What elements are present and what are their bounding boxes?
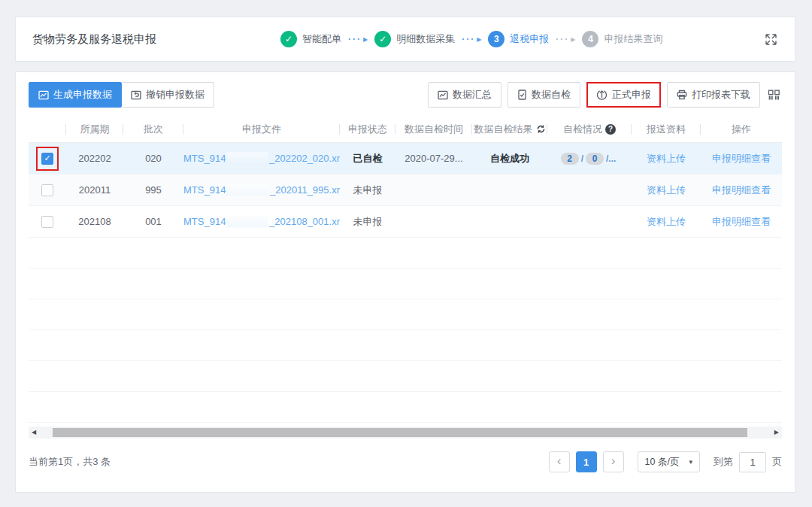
document-check-icon	[517, 90, 527, 100]
goto-page-group: 到第 页	[714, 452, 782, 472]
redacted-blur	[226, 215, 268, 228]
header-check-result: 数据自检结果	[472, 123, 547, 136]
row-checkbox[interactable]: ✓	[41, 153, 53, 165]
header-check-time: 数据自检时间	[395, 123, 472, 136]
step-number-icon: 4	[582, 31, 598, 47]
check-time-cell: 2020-07-29...	[395, 153, 472, 164]
toolbar: 生成申报数据 撤销申报数据 数据汇总	[29, 81, 782, 108]
header-action: 操作	[701, 123, 782, 136]
process-stepper: ✓ 智能配单 ···▶ ✓ 明细数据采集 ···▶ 3 退税申报 ···▶ 4 …	[280, 31, 662, 47]
pagination-bar: 当前第1页，共3 条 ‹ 1 › 10 条/页 ▾ 到第 页	[29, 449, 782, 475]
table-row[interactable]: 202108 001 MTS_914_202108_001.xr 未申报 资料上…	[29, 206, 782, 238]
period-cell: 202108	[66, 216, 123, 227]
header-file: 申报文件	[183, 123, 340, 136]
chevron-down-icon: ▾	[689, 458, 692, 466]
toolbar-right-group: 数据汇总 数据自检 正式申报	[428, 82, 782, 108]
help-icon[interactable]: ?	[605, 124, 616, 135]
header-batch: 批次	[123, 123, 183, 136]
scroll-left-icon[interactable]: ◀	[32, 430, 36, 436]
file-cell: MTS_914_202011_995.xr	[183, 184, 340, 196]
printer-icon	[677, 90, 687, 100]
step-detail-collection[interactable]: ✓ 明细数据采集	[374, 31, 455, 47]
header-status: 申报状态	[340, 123, 395, 136]
empty-row	[29, 269, 782, 299]
file-link[interactable]: _202011_995.xr	[270, 184, 340, 196]
step-arrow-icon: ···▶	[348, 35, 368, 43]
horizontal-scrollbar[interactable]: ◀ ▶	[29, 427, 782, 439]
count-badge: 2	[561, 153, 579, 165]
table-row[interactable]: ✓ 202202 020 MTS_914_202202_020.xr 已自检 2…	[29, 143, 782, 175]
fullscreen-expand-icon[interactable]	[764, 32, 778, 47]
goto-label: 到第	[714, 455, 733, 469]
header-period: 所属期	[66, 123, 123, 136]
status-cell: 未申报	[340, 184, 395, 197]
pagination-controls: ‹ 1 › 10 条/页 ▾ 到第 页	[549, 451, 782, 472]
step-arrow-icon: ···▶	[462, 35, 481, 43]
data-summary-button[interactable]: 数据汇总	[428, 82, 501, 108]
goto-suffix: 页	[772, 455, 782, 469]
step-number-icon: 3	[488, 31, 504, 47]
next-page-button[interactable]: ›	[603, 451, 624, 472]
revoke-declaration-button[interactable]: 撤销申报数据	[122, 82, 214, 108]
current-page-button[interactable]: 1	[576, 451, 597, 472]
empty-row	[29, 299, 782, 330]
step-done-icon: ✓	[280, 31, 297, 47]
file-link[interactable]: _202202_020.xr	[269, 153, 340, 164]
file-link[interactable]: MTS_914	[183, 216, 226, 227]
scroll-right-icon[interactable]: ▶	[774, 430, 779, 436]
generate-declaration-button[interactable]: 生成申报数据	[29, 82, 122, 108]
step-result-query[interactable]: 4 申报结果查询	[582, 31, 662, 47]
row-checkbox[interactable]	[41, 216, 53, 228]
step-smart-matching[interactable]: ✓ 智能配单	[280, 31, 341, 47]
table-header: 所属期 批次 申报文件 申报状态 数据自检时间 数据自检结果 自检情况 ?	[29, 116, 782, 143]
batch-cell: 001	[123, 216, 183, 227]
status-cell: 已自检	[340, 152, 395, 165]
step-done-icon: ✓	[374, 31, 391, 47]
file-link[interactable]: MTS_914	[183, 153, 226, 164]
upload-material-link[interactable]: 资料上传	[647, 184, 686, 197]
upload-circle-icon	[596, 90, 607, 101]
table-row[interactable]: 202011 995 MTS_914_202011_995.xr 未申报 资料上…	[29, 175, 782, 206]
step-tax-refund-declare[interactable]: 3 退税申报	[488, 31, 549, 47]
chart-image-icon	[38, 90, 49, 100]
column-settings-icon[interactable]	[766, 90, 782, 101]
empty-row	[29, 361, 782, 392]
redacted-blur	[226, 184, 269, 196]
header-card: 货物劳务及服务退税申报 ✓ 智能配单 ···▶ ✓ 明细数据采集 ···▶ 3 …	[15, 17, 795, 62]
header-upload: 报送资料	[632, 123, 701, 136]
file-cell: MTS_914_202108_001.xr	[183, 215, 340, 228]
upload-material-link[interactable]: 资料上传	[647, 152, 686, 165]
selfcheck-situation-cell: 2 / 0 /...	[547, 153, 632, 165]
page: { "colors": { "accent": "#3a8ee6", "done…	[0, 0, 812, 507]
view-detail-link[interactable]: 申报明细查看	[712, 215, 771, 229]
batch-cell: 995	[123, 184, 183, 196]
scrollbar-thumb[interactable]	[53, 428, 747, 437]
count-badge: 0	[586, 153, 604, 165]
view-detail-link[interactable]: 申报明细查看	[712, 152, 771, 165]
refresh-icon[interactable]	[536, 124, 546, 134]
header-selfcheck-situation: 自检情况 ?	[547, 123, 632, 136]
main-card: 生成申报数据 撤销申报数据 数据汇总	[15, 71, 795, 493]
row-checkbox[interactable]	[41, 184, 53, 196]
step-arrow-icon: ···▶	[556, 35, 575, 43]
batch-cell: 020	[123, 153, 183, 164]
period-cell: 202202	[66, 153, 123, 164]
file-link[interactable]: MTS_914	[183, 184, 226, 196]
empty-row	[29, 330, 782, 361]
goto-page-input[interactable]	[739, 452, 766, 472]
formal-declaration-button[interactable]: 正式申报	[586, 82, 661, 108]
print-report-download-button[interactable]: 打印报表下载	[667, 82, 760, 108]
annotation-highlight: ✓	[36, 147, 59, 171]
file-cell: MTS_914_202202_020.xr	[183, 152, 340, 165]
status-cell: 未申报	[340, 215, 395, 229]
empty-row	[29, 392, 782, 423]
page-title: 货物劳务及服务退税申报	[32, 32, 156, 47]
page-size-select[interactable]: 10 条/页 ▾	[638, 451, 700, 472]
undo-square-icon	[131, 90, 141, 100]
data-selfcheck-button[interactable]: 数据自检	[508, 82, 580, 108]
view-detail-link[interactable]: 申报明细查看	[712, 184, 771, 197]
file-link[interactable]: _202108_001.xr	[269, 216, 340, 227]
upload-material-link[interactable]: 资料上传	[647, 215, 686, 229]
prev-page-button[interactable]: ‹	[549, 451, 570, 472]
check-result-cell: 自检成功	[472, 152, 547, 165]
